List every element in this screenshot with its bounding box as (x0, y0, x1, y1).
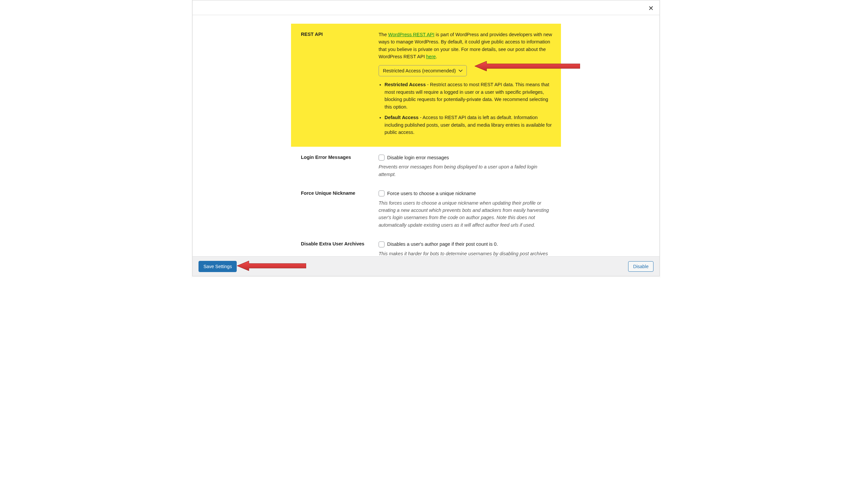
checkbox-extra-archives[interactable] (379, 241, 384, 247)
section-body-rest-api: The WordPress REST API is part of WordPr… (379, 31, 553, 140)
section-label-extra-archives: Disable Extra User Archives (301, 240, 379, 256)
chevron-down-icon (458, 69, 463, 73)
modal-topbar: ✕ (193, 0, 659, 15)
option-default-access-title: Default Access (384, 115, 418, 120)
section-body-login-errors: Disable login error messages Prevents er… (379, 154, 553, 178)
close-icon: ✕ (648, 4, 654, 12)
save-settings-button[interactable]: Save Settings (198, 261, 237, 272)
section-login-errors: Login Error Messages Disable login error… (291, 147, 561, 184)
section-label-login-errors: Login Error Messages (301, 154, 379, 178)
rest-api-access-select-value: Restricted Access (recommended) (383, 67, 456, 74)
help-extra-archives: This makes it harder for bots to determi… (379, 250, 553, 256)
rest-api-intro-post: . (436, 54, 437, 59)
section-label-rest-api: REST API (301, 31, 379, 140)
checkbox-label-extra-archives: Disables a user's author page if their p… (387, 240, 498, 248)
checkbox-disable-login-errors[interactable] (379, 155, 384, 161)
settings-content: REST API The WordPress REST API is part … (291, 15, 561, 256)
rest-api-options-list: Restricted Access - Restrict access to m… (384, 81, 553, 136)
section-label-unique-nickname: Force Unique Nickname (301, 190, 379, 229)
section-body-unique-nickname: Force users to choose a unique nickname … (379, 190, 553, 229)
rest-api-access-select[interactable]: Restricted Access (recommended) (379, 65, 467, 76)
checkbox-label-disable-login-errors: Disable login error messages (387, 154, 449, 161)
option-restricted-access-title: Restricted Access (384, 82, 426, 87)
modal-panel: ✕ REST API The WordPress REST API is par… (192, 0, 660, 276)
close-button[interactable]: ✕ (646, 4, 656, 13)
checkbox-label-unique-nickname: Force users to choose a unique nickname (387, 190, 476, 197)
section-rest-api: REST API The WordPress REST API is part … (291, 24, 561, 147)
section-extra-archives: Disable Extra User Archives Disables a u… (291, 235, 561, 256)
settings-scroll-area[interactable]: REST API The WordPress REST API is part … (193, 15, 659, 256)
help-login-errors: Prevents error messages from being displ… (379, 163, 553, 178)
disable-button[interactable]: Disable (628, 261, 654, 272)
option-default-access: Default Access - Access to REST API data… (384, 114, 553, 136)
link-wordpress-rest-api[interactable]: WordPress REST API (388, 32, 434, 37)
modal-footer: Save Settings Disable (193, 256, 659, 276)
link-rest-api-post-here[interactable]: here (426, 54, 436, 59)
option-restricted-access: Restricted Access - Restrict access to m… (384, 81, 553, 110)
checkbox-unique-nickname[interactable] (379, 191, 384, 196)
help-unique-nickname: This forces users to choose a unique nic… (379, 199, 553, 229)
rest-api-intro-pre: The (379, 32, 388, 37)
section-body-extra-archives: Disables a user's author page if their p… (379, 240, 553, 256)
section-unique-nickname: Force Unique Nickname Force users to cho… (291, 184, 561, 235)
